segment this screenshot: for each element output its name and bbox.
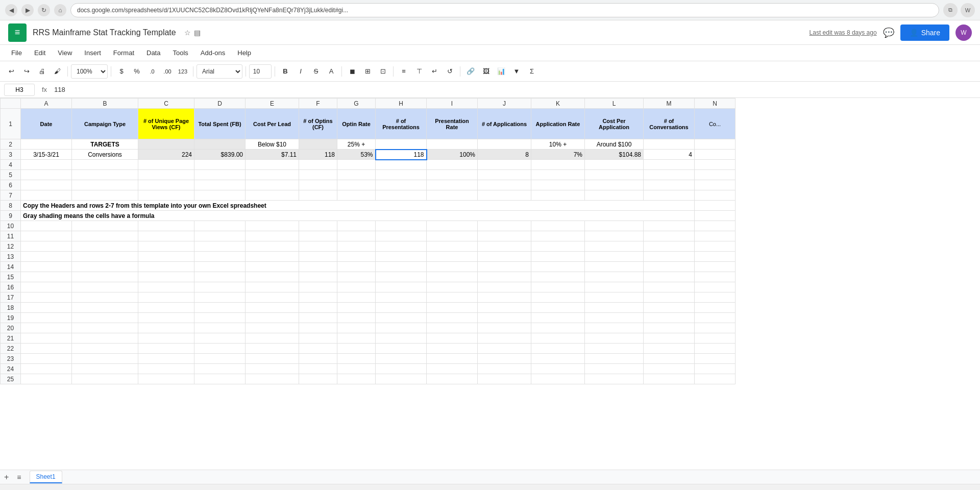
- print-button[interactable]: 🖨: [35, 64, 49, 79]
- cell-e2[interactable]: Below $10: [246, 139, 299, 150]
- cell-reference-input[interactable]: [4, 84, 35, 96]
- decimal-dec-button[interactable]: .0: [145, 64, 159, 79]
- merge-button[interactable]: ⊡: [376, 64, 390, 79]
- cell-e3[interactable]: $7.11: [246, 150, 299, 160]
- share-button[interactable]: 👤 Share: [900, 24, 949, 41]
- url-bar[interactable]: docs.google.com/spreadsheets/d/1XUUCNC52…: [70, 3, 939, 17]
- font-size-input[interactable]: [249, 64, 272, 79]
- percent-button[interactable]: %: [130, 64, 144, 79]
- rotate-button[interactable]: ↺: [443, 64, 457, 79]
- profile-icon[interactable]: W: [961, 3, 975, 17]
- row-header-5[interactable]: 5: [1, 170, 21, 180]
- menu-help[interactable]: Help: [232, 47, 256, 59]
- cell-m2[interactable]: [644, 139, 695, 150]
- borders-button[interactable]: ⊞: [360, 64, 375, 79]
- menu-addons[interactable]: Add-ons: [195, 47, 230, 59]
- row-header-2[interactable]: 2: [1, 139, 21, 150]
- cell-a1[interactable]: Date: [21, 109, 72, 139]
- chart-button[interactable]: 📊: [494, 64, 508, 79]
- undo-button[interactable]: ↩: [4, 64, 18, 79]
- cell-d1[interactable]: Total Spent (FB): [194, 109, 246, 139]
- menu-file[interactable]: File: [6, 47, 27, 59]
- comment-icon[interactable]: 💬: [883, 27, 894, 38]
- col-header-j[interactable]: J: [478, 99, 531, 109]
- bold-button[interactable]: B: [278, 64, 292, 79]
- cell-note-9[interactable]: Gray shading means the cells have a form…: [21, 211, 695, 221]
- add-sheet-button[interactable]: +: [4, 473, 9, 482]
- row-header-7[interactable]: 7: [1, 190, 21, 201]
- spreadsheet-table-wrapper[interactable]: A B C D E F G H I J K L M N: [0, 98, 980, 470]
- row-header-9[interactable]: 9: [1, 211, 21, 221]
- cell-c1[interactable]: # of Unique Page Views (CF): [138, 109, 194, 139]
- home-button[interactable]: ⌂: [54, 4, 66, 16]
- font-select[interactable]: Arial: [197, 64, 242, 79]
- valign-button[interactable]: ⊤: [412, 64, 426, 79]
- format-type-button[interactable]: 123: [176, 64, 190, 79]
- extensions-icon[interactable]: ⧉: [943, 3, 958, 17]
- row-header-3[interactable]: 3: [1, 150, 21, 160]
- currency-button[interactable]: $: [114, 64, 129, 79]
- horizontal-scrollbar[interactable]: [0, 484, 980, 490]
- cell-l3[interactable]: $104.88: [585, 150, 644, 160]
- cell-g3[interactable]: 53%: [337, 150, 376, 160]
- row-header-4[interactable]: 4: [1, 160, 21, 170]
- sheets-menu-button[interactable]: ≡: [17, 473, 21, 481]
- decimal-inc-button[interactable]: .00: [160, 64, 175, 79]
- link-button[interactable]: 🔗: [463, 64, 478, 79]
- cell-m3[interactable]: 4: [644, 150, 695, 160]
- image-button[interactable]: 🖼: [479, 64, 493, 79]
- back-button[interactable]: ◀: [5, 4, 17, 16]
- cell-n3[interactable]: [695, 150, 736, 160]
- cell-a3[interactable]: 3/15-3/21: [21, 150, 72, 160]
- col-header-f[interactable]: F: [299, 99, 337, 109]
- italic-button[interactable]: I: [293, 64, 308, 79]
- cell-a2[interactable]: [21, 139, 72, 150]
- cell-c3[interactable]: 224: [138, 150, 194, 160]
- row-header-1[interactable]: 1: [1, 109, 21, 139]
- col-header-e[interactable]: E: [246, 99, 299, 109]
- cell-h2[interactable]: [376, 139, 427, 150]
- cell-n1[interactable]: Co...: [695, 109, 736, 139]
- cell-j1[interactable]: # of Applications: [478, 109, 531, 139]
- cell-i3[interactable]: 100%: [427, 150, 478, 160]
- strikethrough-button[interactable]: S: [309, 64, 323, 79]
- star-icon[interactable]: ☆: [184, 29, 191, 37]
- cell-l1[interactable]: Cost Per Application: [585, 109, 644, 139]
- cell-d3[interactable]: $839.00: [194, 150, 246, 160]
- col-header-a[interactable]: A: [21, 99, 72, 109]
- row-header-6[interactable]: 6: [1, 180, 21, 190]
- menu-edit[interactable]: Edit: [29, 47, 51, 59]
- text-color-button[interactable]: A: [324, 64, 338, 79]
- cell-b2[interactable]: TARGETS: [72, 139, 138, 150]
- col-header-c[interactable]: C: [138, 99, 194, 109]
- cell-k3[interactable]: 7%: [531, 150, 585, 160]
- cell-m1[interactable]: # of Conversations: [644, 109, 695, 139]
- cell-i1[interactable]: Presentation Rate: [427, 109, 478, 139]
- cell-j3[interactable]: 8: [478, 150, 531, 160]
- menu-tools[interactable]: Tools: [167, 47, 193, 59]
- col-header-l[interactable]: L: [585, 99, 644, 109]
- zoom-select[interactable]: 100%: [71, 64, 108, 79]
- cell-note-8[interactable]: Copy the Headers and rows 2-7 from this …: [21, 201, 695, 211]
- filter-button[interactable]: ▼: [509, 64, 524, 79]
- menu-data[interactable]: Data: [141, 47, 165, 59]
- formula-input[interactable]: [54, 84, 976, 96]
- cell-b1[interactable]: Campaign Type: [72, 109, 138, 139]
- fill-color-button[interactable]: ◼: [345, 64, 359, 79]
- menu-insert[interactable]: Insert: [79, 47, 106, 59]
- cell-h3[interactable]: 118: [376, 150, 427, 160]
- cell-h1[interactable]: # of Presentations: [376, 109, 427, 139]
- redo-button[interactable]: ↪: [19, 64, 34, 79]
- cell-c2[interactable]: [138, 139, 194, 150]
- row-header-8[interactable]: 8: [1, 201, 21, 211]
- cell-k1[interactable]: Application Rate: [531, 109, 585, 139]
- refresh-button[interactable]: ↻: [38, 4, 50, 16]
- forward-button[interactable]: ▶: [21, 4, 34, 16]
- cell-b3[interactable]: Conversions: [72, 150, 138, 160]
- cell-f1[interactable]: # of Optins (CF): [299, 109, 337, 139]
- col-header-h[interactable]: H: [376, 99, 427, 109]
- menu-format[interactable]: Format: [108, 47, 139, 59]
- cell-i2[interactable]: [427, 139, 478, 150]
- col-header-b[interactable]: B: [72, 99, 138, 109]
- drive-icon[interactable]: ▤: [194, 29, 201, 37]
